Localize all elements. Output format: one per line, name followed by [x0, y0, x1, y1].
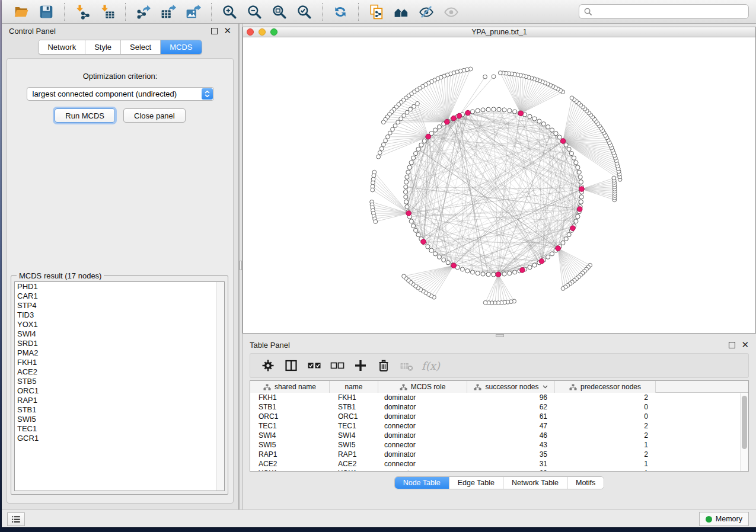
zoom-fit-button[interactable]: [267, 2, 292, 22]
network-leaf-node[interactable]: [402, 274, 406, 278]
network-node[interactable]: [550, 252, 554, 256]
network-node[interactable]: [574, 219, 578, 223]
network-leaf-node[interactable]: [612, 176, 616, 180]
first-neighbors-button[interactable]: [389, 2, 414, 22]
network-node[interactable]: [437, 255, 441, 259]
mcds-result-list[interactable]: PHD1CAR1STP4TID3YOX1SWI4SRD1PMA2FKH1ACE2…: [14, 281, 225, 491]
network-hub-node[interactable]: [457, 113, 462, 118]
column-header-successor-nodes[interactable]: successor nodes: [467, 381, 555, 393]
result-node-item[interactable]: ACE2: [15, 367, 224, 377]
show-columns-button[interactable]: [279, 355, 302, 376]
network-leaf-node[interactable]: [371, 188, 375, 192]
table-row[interactable]: ACE2ACE2connector311: [250, 459, 748, 469]
network-node[interactable]: [513, 110, 517, 114]
network-leaf-node[interactable]: [379, 146, 384, 150]
result-node-item[interactable]: FKH1: [15, 358, 224, 367]
network-node[interactable]: [567, 233, 571, 237]
network-node[interactable]: [557, 135, 562, 139]
network-leaf-node[interactable]: [498, 71, 502, 75]
network-node[interactable]: [409, 219, 413, 223]
close-panel-icon[interactable]: ✕: [224, 27, 231, 34]
table-row[interactable]: STB1STB1dominator620: [250, 402, 748, 412]
network-node[interactable]: [502, 108, 506, 112]
result-list-scrollbar[interactable]: [216, 282, 224, 491]
table-scrollbar-thumb[interactable]: [742, 396, 747, 449]
close-table-panel-icon[interactable]: ✕: [741, 341, 749, 348]
network-node[interactable]: [406, 170, 410, 174]
result-node-item[interactable]: SWI4: [15, 329, 224, 339]
result-node-item[interactable]: PHD1: [15, 282, 224, 291]
network-node[interactable]: [497, 107, 501, 111]
show-all-button[interactable]: [439, 2, 464, 22]
column-header-MCDS-role[interactable]: MCDS role: [378, 381, 467, 393]
network-node[interactable]: [416, 147, 420, 151]
network-node[interactable]: [426, 245, 430, 249]
network-hub-node[interactable]: [539, 259, 544, 264]
network-node[interactable]: [433, 252, 437, 256]
result-node-item[interactable]: ORC1: [15, 386, 224, 396]
network-leaf-node[interactable]: [384, 139, 388, 143]
horizontal-splitter[interactable]: [243, 334, 756, 338]
network-node[interactable]: [578, 175, 582, 179]
network-leaf-node[interactable]: [381, 120, 385, 124]
network-node[interactable]: [546, 125, 550, 129]
network-node[interactable]: [492, 107, 496, 111]
network-node[interactable]: [470, 110, 474, 114]
horizontal-splitter-grip[interactable]: [496, 334, 504, 337]
network-node[interactable]: [546, 255, 550, 259]
function-builder-button[interactable]: f(x): [418, 360, 444, 372]
network-node[interactable]: [437, 125, 441, 129]
network-node[interactable]: [404, 185, 408, 189]
tab-style[interactable]: Style: [85, 40, 121, 54]
network-node[interactable]: [412, 224, 416, 228]
result-node-item[interactable]: SWI5: [15, 415, 224, 424]
network-hub-node[interactable]: [579, 187, 585, 192]
float-table-panel-icon[interactable]: [729, 342, 735, 348]
network-node[interactable]: [476, 271, 480, 275]
network-node[interactable]: [508, 271, 512, 275]
column-header-shared-name[interactable]: shared name: [250, 381, 330, 393]
network-node[interactable]: [481, 108, 485, 112]
network-hub-node[interactable]: [520, 268, 525, 273]
network-node[interactable]: [486, 107, 490, 111]
result-node-item[interactable]: SRD1: [15, 339, 224, 348]
network-node[interactable]: [579, 180, 583, 184]
network-node[interactable]: [403, 190, 407, 194]
network-node[interactable]: [465, 269, 470, 273]
zoom-selected-button[interactable]: [292, 2, 317, 22]
hide-selected-button[interactable]: [414, 2, 439, 22]
select-all-columns-button[interactable]: [302, 355, 326, 376]
table-row[interactable]: YOX1YOX1connector291: [250, 469, 748, 472]
result-node-item[interactable]: STB1: [15, 405, 224, 415]
network-leaf-node[interactable]: [396, 120, 400, 124]
tab-mcds[interactable]: MCDS: [161, 40, 201, 54]
table-scrollbar[interactable]: [740, 393, 748, 471]
window-maximize-icon[interactable]: [270, 28, 277, 36]
memory-button[interactable]: Memory: [699, 512, 749, 526]
network-node[interactable]: [579, 195, 583, 199]
network-leaf-node[interactable]: [385, 134, 390, 139]
open-file-button[interactable]: [9, 2, 34, 22]
network-hub-node[interactable]: [426, 134, 431, 139]
table-row[interactable]: FKH1FKH1dominator962: [250, 393, 748, 402]
network-hub-node[interactable]: [518, 111, 524, 116]
network-node[interactable]: [579, 200, 583, 204]
network-node[interactable]: [564, 237, 568, 241]
network-leaf-node[interactable]: [402, 114, 406, 118]
network-node[interactable]: [528, 265, 532, 270]
export-network-button[interactable]: [131, 2, 156, 22]
search-input[interactable]: [592, 7, 744, 16]
network-node[interactable]: [561, 241, 565, 245]
table-row[interactable]: RAP1RAP1dominator352: [250, 450, 748, 459]
tab-select[interactable]: Select: [121, 40, 161, 54]
network-node[interactable]: [404, 180, 409, 184]
window-close-icon[interactable]: [247, 28, 254, 36]
unselect-all-columns-button[interactable]: [326, 355, 349, 376]
zoom-out-button[interactable]: [242, 2, 267, 22]
network-node[interactable]: [412, 156, 416, 160]
network-hub-node[interactable]: [570, 226, 576, 231]
new-network-from-selection-button[interactable]: [364, 2, 389, 22]
network-node[interactable]: [433, 128, 437, 132]
tab-network[interactable]: Network: [39, 40, 85, 54]
network-graph[interactable]: [243, 38, 755, 333]
